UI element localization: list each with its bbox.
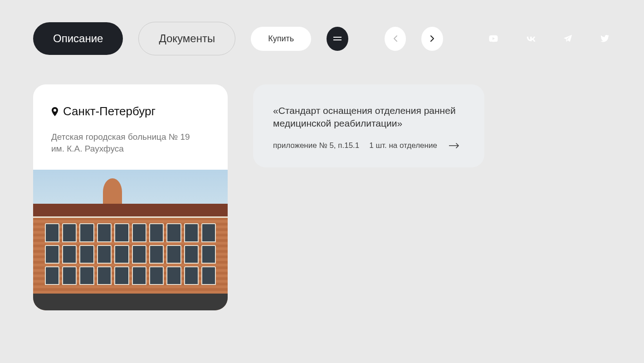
social-vk[interactable] [525, 33, 537, 44]
vk-icon [525, 34, 537, 43]
header: Описание Документы Купить [0, 0, 644, 55]
social-twitter[interactable] [599, 33, 611, 44]
twitter-icon [600, 34, 610, 43]
document-info-card[interactable]: «Стандарт оснащения отделения ранней мед… [253, 84, 484, 167]
document-appendix: приложение № 5, п.15.1 [273, 141, 359, 150]
hospital-name: Детская городская больница № 19 им. К.А.… [51, 131, 196, 154]
next-button[interactable] [421, 27, 443, 51]
chevron-right-icon [430, 35, 434, 42]
document-title: «Стандарт оснащения отделения ранней мед… [273, 104, 464, 130]
buy-button-label: Купить [268, 34, 294, 43]
location-image [33, 170, 228, 310]
chevron-left-icon [393, 35, 398, 42]
social-telegram[interactable] [562, 33, 574, 44]
tab-documents[interactable]: Документы [138, 22, 235, 55]
tab-description[interactable]: Описание [33, 22, 123, 55]
pin-icon [51, 107, 59, 116]
document-quantity: 1 шт. на отделение [369, 141, 437, 150]
location-card: Санкт-Петербург Детская городская больни… [33, 84, 228, 310]
menu-button[interactable] [327, 27, 348, 51]
document-meta: приложение № 5, п.15.1 1 шт. на отделени… [273, 141, 464, 150]
social-youtube[interactable] [488, 33, 499, 44]
city-name: Санкт-Петербург [63, 104, 156, 118]
arrow-right-icon [449, 143, 460, 148]
telegram-icon [562, 34, 573, 44]
youtube-icon [488, 34, 499, 43]
content: Санкт-Петербург Детская городская больни… [0, 55, 644, 310]
social-links [488, 33, 611, 44]
tab-documents-label: Документы [159, 32, 215, 45]
prev-button[interactable] [385, 27, 406, 51]
card-header: Санкт-Петербург Детская городская больни… [33, 84, 228, 170]
menu-icon [333, 37, 342, 40]
city-row: Санкт-Петербург [51, 104, 210, 118]
buy-button[interactable]: Купить [251, 27, 311, 51]
tab-description-label: Описание [53, 32, 103, 45]
